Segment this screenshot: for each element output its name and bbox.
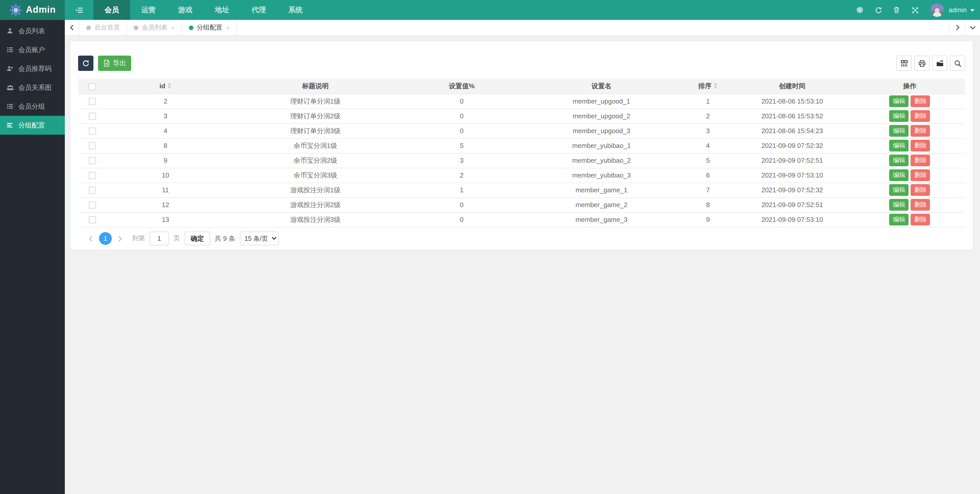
top-menu: 会员运营游戏地址代理系统	[94, 0, 314, 20]
sidebar-toggle-button[interactable]	[65, 0, 94, 20]
refresh-icon[interactable]	[869, 0, 887, 20]
cell-sort: 5	[686, 153, 730, 168]
tabs-scroll-left-button[interactable]	[65, 20, 80, 35]
cell-id: 8	[107, 138, 224, 153]
row-checkbox[interactable]	[89, 98, 96, 105]
close-icon[interactable]: ×	[226, 24, 230, 31]
row-checkbox[interactable]	[89, 172, 96, 179]
export-button[interactable]: 导出	[98, 56, 131, 71]
row-checkbox[interactable]	[89, 202, 96, 209]
top-menu-item-3[interactable]: 游戏	[167, 0, 204, 20]
fullscreen-icon[interactable]	[906, 0, 924, 20]
row-checkbox[interactable]	[89, 143, 96, 150]
goto-page-input[interactable]	[150, 232, 169, 245]
gear-logo-icon	[9, 3, 22, 17]
refresh-button[interactable]	[78, 56, 94, 71]
trash-icon[interactable]	[887, 0, 906, 20]
goto-page-label: 到第	[132, 234, 145, 243]
cell-actions: 编辑删除	[854, 94, 965, 109]
edit-button[interactable]: 编辑	[889, 169, 909, 181]
cell-sort: 8	[686, 197, 730, 212]
edit-button[interactable]: 编辑	[889, 199, 909, 211]
cell-id: 9	[107, 153, 224, 168]
hexagon-cache-icon[interactable]	[851, 0, 869, 20]
cell-created: 2021-09-09 07:53:10	[730, 212, 854, 227]
top-menu-item-4[interactable]: 地址	[204, 0, 240, 20]
delete-button[interactable]: 删除	[911, 110, 930, 122]
column-header-6: 创建时间	[730, 79, 854, 94]
delete-button[interactable]: 删除	[911, 214, 930, 226]
export-data-button[interactable]	[932, 56, 947, 71]
row-checkbox[interactable]	[89, 187, 96, 194]
sidebar-item-2[interactable]: 会员账户	[0, 40, 65, 59]
cell-title: 余币宝分润1级	[224, 138, 407, 153]
column-header-3: 设置值%	[406, 79, 517, 94]
sidebar: 会员列表会员账户会员推荐码会员关系图会员分组分组配置	[0, 20, 65, 494]
total-records-label: 共 9 条	[215, 234, 235, 243]
toggle-view-button[interactable]	[896, 56, 912, 71]
sidebar-item-1[interactable]: 会员列表	[0, 21, 65, 40]
delete-button[interactable]: 删除	[911, 199, 930, 211]
column-header-label: id	[159, 83, 165, 90]
search-button[interactable]	[950, 56, 965, 71]
select-all-checkbox[interactable]	[89, 83, 96, 90]
delete-button[interactable]: 删除	[911, 154, 930, 166]
cell-value: 2	[406, 168, 517, 183]
sidebar-item-label: 会员分组	[18, 102, 45, 111]
tabs-scroll-right-button[interactable]	[950, 20, 965, 35]
goto-confirm-button[interactable]: 确定	[185, 232, 210, 245]
edit-button[interactable]: 编辑	[889, 110, 909, 122]
tab-3[interactable]: 分组配置×	[182, 20, 237, 35]
tab-1[interactable]: 后台首页	[80, 20, 127, 35]
page-size-select[interactable]: 15 条/页	[240, 232, 279, 245]
delete-button[interactable]: 删除	[911, 125, 930, 137]
sidebar-item-3[interactable]: 会员推荐码	[0, 59, 65, 78]
sidebar-item-4[interactable]: 会员关系图	[0, 78, 65, 97]
top-menu-item-6[interactable]: 系统	[277, 0, 314, 20]
top-menu-item-1[interactable]: 会员	[94, 0, 130, 20]
edit-button[interactable]: 编辑	[889, 184, 909, 196]
row-checkbox[interactable]	[89, 216, 96, 224]
cell-value: 0	[406, 109, 517, 124]
cell-value: 0	[406, 197, 517, 212]
prev-page-button[interactable]	[87, 235, 94, 242]
tabs-list-button[interactable]	[965, 20, 980, 35]
row-checkbox-cell	[78, 183, 107, 197]
edit-button[interactable]: 编辑	[889, 154, 909, 166]
page-1-button[interactable]: 1	[99, 232, 112, 245]
sidebar-item-6[interactable]: 分组配置	[0, 116, 65, 135]
sidebar-item-label: 会员列表	[18, 26, 45, 35]
row-checkbox[interactable]	[89, 157, 96, 165]
row-checkbox[interactable]	[89, 128, 96, 135]
column-header-2: 标题说明	[224, 79, 407, 94]
cell-value: 0	[406, 124, 517, 138]
column-header-5[interactable]: 排序	[686, 79, 730, 94]
delete-button[interactable]: 删除	[911, 184, 930, 196]
next-page-button[interactable]	[116, 235, 124, 242]
top-menu-item-2[interactable]: 运营	[130, 0, 167, 20]
print-button[interactable]	[914, 56, 929, 71]
brand-logo[interactable]: Admin	[0, 0, 65, 20]
close-icon[interactable]: ×	[171, 24, 175, 31]
tab-status-dot	[189, 25, 193, 30]
row-checkbox-cell	[78, 153, 107, 168]
edit-button[interactable]: 编辑	[889, 214, 909, 226]
app-window: Admin 会员运营游戏地址代理系统 admin 会员列表会员账户会员推荐码会员…	[0, 0, 980, 494]
edit-button[interactable]: 编辑	[889, 95, 909, 107]
edit-button[interactable]: 编辑	[889, 140, 909, 151]
column-header-1[interactable]: id	[107, 79, 224, 94]
sidebar-item-5[interactable]: 会员分组	[0, 97, 65, 116]
tab-2[interactable]: 会员列表×	[127, 20, 182, 35]
delete-button[interactable]: 删除	[911, 140, 930, 151]
column-header-label: 创建时间	[779, 82, 805, 90]
avatar[interactable]	[930, 3, 943, 17]
top-navbar: Admin 会员运营游戏地址代理系统 admin	[0, 0, 980, 20]
user-dropdown[interactable]: admin	[948, 6, 975, 14]
row-checkbox[interactable]	[89, 113, 96, 120]
delete-button[interactable]: 删除	[911, 95, 930, 107]
top-menu-item-5[interactable]: 代理	[240, 0, 277, 20]
edit-button[interactable]: 编辑	[889, 125, 909, 137]
row-checkbox-cell	[78, 124, 107, 138]
delete-button[interactable]: 删除	[911, 169, 930, 181]
cell-name: member_upgood_2	[517, 109, 686, 124]
